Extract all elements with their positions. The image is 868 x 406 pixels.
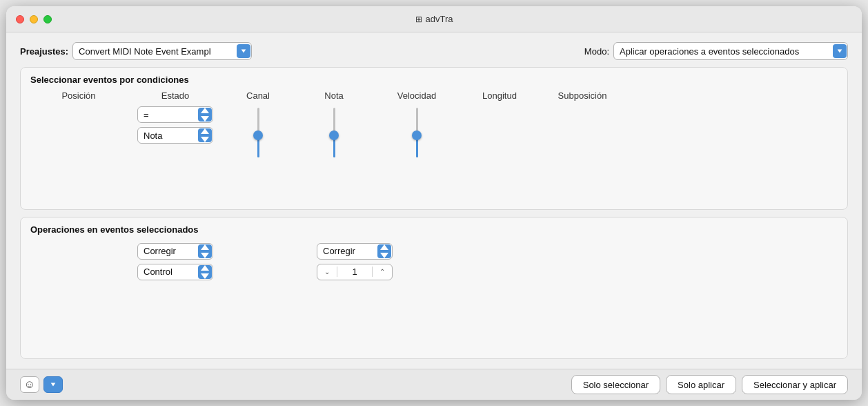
velocidad-slider-cell bbox=[375, 104, 458, 159]
op2-type-select[interactable]: Corregir AñadirMultiplicarFijar bbox=[317, 243, 393, 260]
chevron-down-icon bbox=[50, 381, 57, 388]
canal-slider[interactable] bbox=[256, 108, 260, 157]
longitud-cell bbox=[458, 104, 541, 106]
top-bar: Preajustes: Convert MIDI Note Event Exam… bbox=[20, 42, 848, 60]
ops-section-title: Operaciones en eventos seleccionados bbox=[30, 224, 838, 235]
traffic-lights bbox=[16, 15, 52, 23]
add-icon-button[interactable]: ☺ bbox=[20, 376, 39, 393]
column-headers: Posición Estado Canal Nota Velocidad Lon… bbox=[30, 90, 838, 101]
nota-slider-cell bbox=[293, 104, 375, 159]
main-content: Preajustes: Convert MIDI Note Event Exam… bbox=[6, 32, 862, 369]
solo-seleccionar-button[interactable]: Solo seleccionar bbox=[571, 375, 660, 394]
ops-estado-cell: Corregir AñadirMultiplicarFijar Co bbox=[127, 240, 224, 280]
close-button[interactable] bbox=[16, 15, 24, 23]
posicion-cell bbox=[30, 104, 127, 106]
op1-type-select[interactable]: Corregir AñadirMultiplicarFijar bbox=[137, 243, 213, 260]
seleccionar-aplicar-button[interactable]: Seleccionar y aplicar bbox=[742, 375, 848, 394]
op2-decrement-button[interactable]: ⌄ bbox=[317, 264, 337, 280]
bottom-bar: ☺ Solo seleccionar Solo aplicar Seleccio… bbox=[6, 369, 862, 400]
velocidad-slider-thumb[interactable] bbox=[412, 130, 422, 140]
op1-subtype-wrapper: Control NotaVelocidad bbox=[137, 264, 213, 280]
estado-type-select[interactable]: Nota ControlPitchBendAfterTouch bbox=[137, 127, 213, 144]
subposicion-cell bbox=[541, 104, 624, 106]
maximize-button[interactable] bbox=[43, 15, 52, 23]
op1-type-wrapper: Corregir AñadirMultiplicarFijar bbox=[137, 243, 213, 260]
op2-type-wrapper: Corregir AñadirMultiplicarFijar bbox=[317, 243, 393, 260]
select-controls-row: = ≠<> Nota ControlPi bbox=[30, 104, 838, 159]
mode-select-wrapper: Aplicar operaciones a eventos selecciona… bbox=[613, 42, 848, 60]
select-section-title: Seleccionar eventos por condiciones bbox=[30, 75, 838, 85]
col-longitud: Longitud bbox=[458, 90, 541, 101]
window-icon: ⊞ bbox=[415, 14, 422, 24]
mode-label: Modo: bbox=[584, 46, 609, 57]
canal-slider-cell bbox=[224, 104, 293, 159]
titlebar: ⊞ advTra bbox=[6, 6, 862, 32]
canal-slider-thumb[interactable] bbox=[253, 130, 263, 140]
preset-select-wrapper: Convert MIDI Note Event Exampl bbox=[72, 42, 252, 60]
col-subposicion: Subposición bbox=[541, 90, 624, 101]
main-window: ⊞ advTra Preajustes: Convert MIDI Note E… bbox=[6, 6, 862, 400]
estado-type-wrapper: Nota ControlPitchBendAfterTouch bbox=[137, 127, 213, 144]
minimize-button[interactable] bbox=[30, 15, 38, 23]
op2-increment-button[interactable]: ⌃ bbox=[373, 264, 392, 280]
op2-value-stepper[interactable]: ⌄ 1 ⌃ bbox=[317, 264, 393, 280]
nota-slider-thumb[interactable] bbox=[329, 130, 339, 140]
window-title: ⊞ advTra bbox=[415, 14, 453, 24]
col-velocidad: Velocidad bbox=[375, 90, 458, 101]
preset-row: Preajustes: Convert MIDI Note Event Exam… bbox=[20, 42, 252, 60]
col-nota: Nota bbox=[293, 90, 375, 101]
smiley-icon: ☺ bbox=[24, 378, 35, 391]
select-section: Seleccionar eventos por condiciones Posi… bbox=[20, 67, 848, 210]
preset-select[interactable]: Convert MIDI Note Event Exampl bbox=[72, 42, 252, 60]
mode-select[interactable]: Aplicar operaciones a eventos selecciona… bbox=[613, 42, 848, 60]
chevron-button[interactable] bbox=[43, 376, 63, 393]
estado-cell: = ≠<> Nota ControlPi bbox=[127, 104, 224, 144]
op2-value: 1 bbox=[337, 267, 373, 277]
col-canal: Canal bbox=[224, 90, 293, 101]
estado-operator-select[interactable]: = ≠<> bbox=[137, 106, 213, 123]
bottom-right: Solo seleccionar Solo aplicar Selecciona… bbox=[571, 375, 848, 394]
ops-posicion-cell bbox=[30, 240, 127, 243]
ops-velocidad-cell bbox=[417, 240, 541, 243]
ops-section: Operaciones en eventos seleccionados Cor… bbox=[20, 217, 848, 360]
ops-canal-cell bbox=[224, 240, 293, 243]
ops-controls-row: Corregir AñadirMultiplicarFijar Co bbox=[30, 240, 838, 296]
svg-marker-12 bbox=[51, 383, 56, 387]
ops-longitud-cell bbox=[541, 240, 624, 243]
col-posicion: Posición bbox=[30, 90, 127, 101]
window-title-text: advTra bbox=[426, 14, 453, 24]
mode-row: Modo: Aplicar operaciones a eventos sele… bbox=[584, 42, 848, 60]
ops-subposicion-cell bbox=[624, 240, 707, 243]
presets-label: Preajustes: bbox=[20, 46, 68, 57]
estado-operator-wrapper: = ≠<> bbox=[137, 106, 213, 123]
bottom-left: ☺ bbox=[20, 376, 63, 393]
op1-subtype-select[interactable]: Control NotaVelocidad bbox=[137, 264, 213, 280]
solo-aplicar-button[interactable]: Solo aplicar bbox=[666, 375, 736, 394]
col-estado: Estado bbox=[127, 90, 224, 101]
ops-nota-cell: Corregir AñadirMultiplicarFijar ⌄ 1 bbox=[293, 240, 417, 280]
nota-slider[interactable] bbox=[332, 108, 336, 157]
velocidad-slider[interactable] bbox=[415, 108, 419, 157]
